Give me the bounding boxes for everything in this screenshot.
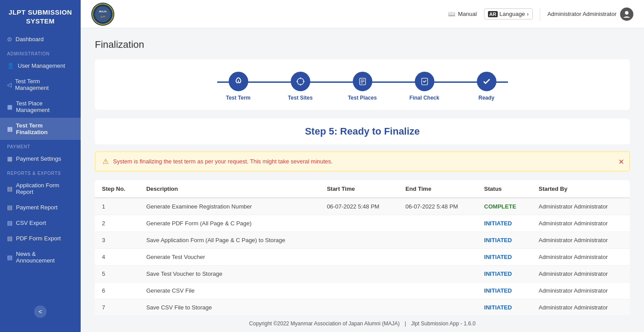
- section-label-payment: PAYMENT: [0, 140, 81, 151]
- sidebar-item-payment-report[interactable]: ▤ Payment Report: [0, 200, 81, 215]
- cell-status: INITIATED: [477, 282, 531, 299]
- step-4: Final Check: [394, 72, 456, 101]
- cell-end-time: [398, 249, 477, 266]
- sidebar-item-test-term-finalization[interactable]: ▤ Test Term Finalization: [0, 118, 81, 140]
- cell-step-no: 4: [95, 249, 139, 266]
- col-start-time: Start Time: [320, 180, 398, 198]
- step-1: Test Term: [207, 72, 269, 101]
- alert-banner: ⚠ System is finalizing the test term as …: [95, 151, 630, 171]
- step-2-circle: [291, 72, 310, 91]
- cell-step-no: 2: [95, 215, 139, 232]
- step-heading: Step 5: Ready to Finalize: [95, 119, 630, 144]
- page-content: Finalization Test Term Test Sites: [81, 28, 644, 315]
- sidebar-item-payment-settings[interactable]: ▦ Payment Settings: [0, 151, 81, 166]
- sidebar-item-test-place-management[interactable]: ▦ Test Place Management: [0, 96, 81, 118]
- cell-step-no: 7: [95, 299, 139, 316]
- svg-text:MAJA: MAJA: [99, 10, 107, 13]
- step-4-circle: [415, 72, 434, 91]
- step-3-circle: [353, 72, 372, 91]
- step-5-circle: [477, 72, 496, 91]
- svg-point-1: [95, 6, 111, 22]
- cell-start-time: [320, 299, 398, 316]
- step-3: Test Places: [332, 72, 394, 101]
- cell-step-no: 3: [95, 232, 139, 249]
- step-5-label: Ready: [478, 95, 494, 101]
- table-row: 5 Save Test Voucher to Storage INITIATED…: [95, 266, 630, 282]
- cell-started-by: Administrator Administrator: [531, 266, 630, 282]
- cell-end-time: [398, 299, 477, 316]
- sidebar-collapse-button[interactable]: <: [34, 305, 47, 318]
- alert-icon: ⚠: [102, 157, 109, 166]
- main-area: MAJA JLPT 📖 Manual AR Language › Adminis…: [81, 0, 644, 332]
- report-icon-2: ▤: [7, 204, 12, 211]
- sidebar-item-news-announcement[interactable]: ▤ News & Announcement: [0, 246, 81, 268]
- cell-description: Generate Test Voucher: [139, 249, 320, 266]
- sidebar-item-csv-export[interactable]: ▤ CSV Export: [0, 215, 81, 231]
- manual-icon: 📖: [448, 11, 455, 17]
- step-1-label: Test Term: [226, 95, 251, 101]
- header: MAJA JLPT 📖 Manual AR Language › Adminis…: [81, 0, 644, 28]
- section-label-reports: REPORTS & EXPORTS: [0, 166, 81, 178]
- cell-status: COMPLETE: [477, 198, 531, 215]
- cell-start-time: 06-07-2022 5:48 PM: [320, 198, 398, 215]
- cell-description: Generate PDF Form (All Page & C Page): [139, 215, 320, 232]
- col-description: Description: [139, 180, 320, 198]
- cell-status: INITIATED: [477, 299, 531, 316]
- col-started-by: Started By: [531, 180, 630, 198]
- cell-status: INITIATED: [477, 266, 531, 282]
- sidebar-item-pdf-form-export[interactable]: ▤ PDF Form Export: [0, 231, 81, 246]
- footer-divider: |: [405, 320, 406, 327]
- pdf-icon: ▤: [7, 235, 12, 242]
- cell-started-by: Administrator Administrator: [531, 215, 630, 232]
- table-row: 2 Generate PDF Form (All Page & C Page) …: [95, 215, 630, 232]
- cell-started-by: Administrator Administrator: [531, 282, 630, 299]
- cell-status: INITIATED: [477, 215, 531, 232]
- cell-end-time: [398, 232, 477, 249]
- sidebar-item-test-term-management[interactable]: ◁ Test Term Management: [0, 73, 81, 96]
- cell-end-time: [398, 215, 477, 232]
- user-info: Administrator Administrator: [540, 8, 633, 21]
- steps-progress: Test Term Test Sites Test Places: [95, 59, 630, 110]
- step-1-circle: [229, 72, 248, 91]
- sidebar-item-dashboard[interactable]: ⊙ Dashboard: [0, 31, 81, 47]
- section-label-administration: ADMINISTRATION: [0, 47, 81, 58]
- manual-link[interactable]: 📖 Manual: [448, 11, 477, 17]
- version-text: Jlpt Submission App - 1.6.0: [411, 320, 476, 327]
- payment-icon: ▦: [7, 155, 12, 162]
- cell-status: INITIATED: [477, 249, 531, 266]
- table-row: 4 Generate Test Voucher INITIATED Admini…: [95, 249, 630, 266]
- alert-close-button[interactable]: ✕: [618, 157, 624, 166]
- cell-description: Save Application Form (All Page & C Page…: [139, 232, 320, 249]
- cell-description: Save Test Voucher to Storage: [139, 266, 320, 282]
- news-icon: ▤: [7, 254, 12, 261]
- cell-description: Generate CSV File: [139, 282, 320, 299]
- doc-icon: ▤: [7, 126, 12, 132]
- sidebar-item-user-management[interactable]: 👤 User Management: [0, 58, 81, 73]
- user-icon: 👤: [7, 62, 14, 69]
- step-2: Test Sites: [269, 72, 332, 101]
- cell-start-time: [320, 266, 398, 282]
- cell-end-time: 06-07-2022 5:48 PM: [398, 198, 477, 215]
- col-status: Status: [477, 180, 531, 198]
- cell-start-time: [320, 282, 398, 299]
- table-row: 7 Save CSV File to Storage INITIATED Adm…: [95, 299, 630, 316]
- language-selector[interactable]: AR Language ›: [484, 8, 533, 19]
- chevron-right-icon: ›: [527, 11, 529, 17]
- copyright-text: Copyright ©2022 Myanmar Association of J…: [249, 320, 400, 327]
- cell-start-time: [320, 232, 398, 249]
- cell-step-no: 5: [95, 266, 139, 282]
- cell-status: INITIATED: [477, 232, 531, 249]
- cell-description: Save CSV File to Storage: [139, 299, 320, 316]
- step-3-label: Test Places: [348, 95, 377, 101]
- svg-point-5: [297, 78, 304, 85]
- step-track: Test Term Test Sites Test Places: [207, 72, 518, 101]
- step-4-label: Final Check: [410, 95, 439, 101]
- table-row: 1 Generate Examinee Registration Number …: [95, 198, 630, 215]
- page-title: Finalization: [95, 39, 630, 50]
- table-row: 3 Save Application Form (All Page & C Pa…: [95, 232, 630, 249]
- cell-started-by: Administrator Administrator: [531, 249, 630, 266]
- report-icon-1: ▤: [7, 185, 12, 192]
- svg-text:JLPT: JLPT: [100, 15, 105, 18]
- sidebar-item-application-form-report[interactable]: ▤ Application Form Report: [0, 178, 81, 200]
- dashboard-icon: ⊙: [7, 36, 12, 42]
